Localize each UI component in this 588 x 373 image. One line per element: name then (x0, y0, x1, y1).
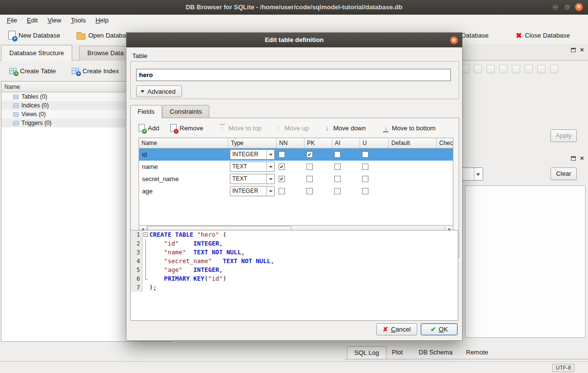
dock-tool-icon-6[interactable] (499, 65, 507, 73)
dock-tool-icon-5[interactable] (487, 65, 495, 73)
u-checkbox[interactable] (362, 188, 368, 194)
column-header-name[interactable]: Name (139, 138, 228, 148)
menu-file[interactable]: File (2, 15, 22, 26)
move-to-bottom-button[interactable]: ↓ Move to bottom (380, 122, 439, 134)
u-checkbox[interactable] (362, 151, 368, 158)
float-dock-icon[interactable] (571, 156, 576, 161)
pk-checkbox[interactable] (306, 188, 313, 194)
ai-checkbox[interactable] (334, 188, 341, 194)
ai-checkbox[interactable] (334, 164, 341, 170)
tree-item-label: Tables (0) (21, 93, 47, 100)
tab-sql-log[interactable]: SQL Log (347, 346, 386, 359)
field-type-select[interactable]: INTEGER (230, 149, 275, 160)
close-database-button[interactable]: ✖ Close Database (513, 29, 572, 41)
column-header-nn[interactable]: NN (277, 138, 304, 148)
close-button[interactable]: ✕ (575, 3, 583, 11)
dock-tool-icon-8[interactable] (525, 65, 533, 73)
tab-db-schema[interactable]: DB Schema (412, 346, 459, 359)
move-up-button[interactable]: ↑ Move up (272, 122, 312, 134)
column-header-check[interactable]: Check (437, 138, 453, 148)
close-dock-icon[interactable]: ✕ (580, 156, 584, 161)
check-cell[interactable] (437, 185, 453, 197)
clear-button[interactable]: Clear (550, 167, 577, 180)
menu-tools[interactable]: Tools (66, 15, 90, 26)
advanced-toggle-button[interactable]: Advanced (136, 85, 182, 97)
tab-fields[interactable]: Fields (130, 105, 162, 118)
dock-tool-icon-7[interactable] (512, 65, 520, 73)
tab-remote[interactable]: Remote (459, 346, 495, 359)
table-name-input[interactable] (136, 69, 451, 81)
new-database-button[interactable]: + New Database (6, 29, 62, 41)
dialog-titlebar[interactable]: Edit table definition ✕ (126, 33, 462, 47)
column-header-ai[interactable]: AI (332, 138, 360, 148)
tab-constraints[interactable]: Constraints (162, 105, 209, 118)
sql-text: "name" TEXT NOT NULL, (149, 248, 245, 257)
field-type-select[interactable]: INTEGER (230, 186, 275, 196)
nn-checkbox[interactable]: ✔ (279, 176, 285, 182)
default-cell[interactable] (389, 185, 437, 197)
check-cell[interactable] (437, 161, 453, 173)
field-row-secret_name[interactable]: secret_nameTEXT✔ (139, 173, 453, 185)
tab-plot[interactable]: Plot (385, 346, 409, 359)
tab-browse-data[interactable]: Browse Data (79, 46, 132, 61)
default-cell[interactable] (389, 161, 437, 173)
tab-database-structure[interactable]: Database Structure (1, 45, 72, 61)
maximize-button[interactable]: □ (563, 3, 571, 11)
nn-checkbox[interactable] (279, 151, 285, 158)
u-checkbox[interactable] (362, 164, 368, 170)
column-header-type[interactable]: Type (228, 138, 277, 148)
default-cell[interactable] (389, 173, 437, 185)
field-row-age[interactable]: ageINTEGER (139, 185, 453, 197)
dock-tool-icon-9[interactable] (537, 65, 546, 73)
fold-collapse-icon[interactable]: − (142, 230, 149, 239)
field-type-select[interactable]: TEXT (230, 174, 275, 184)
remove-field-button[interactable]: − Remove (167, 122, 206, 134)
field-type-select[interactable]: TEXT (230, 162, 275, 172)
column-header-default[interactable]: Default (389, 138, 437, 148)
fold-margin (142, 239, 149, 248)
pk-checkbox[interactable] (306, 164, 313, 170)
create-index-button[interactable]: + Create Index (68, 64, 122, 78)
check-cell[interactable] (437, 173, 453, 185)
field-type-value: TEXT (230, 174, 266, 184)
dock-tool-icon-10[interactable] (550, 65, 558, 73)
menu-edit[interactable]: Edit (22, 15, 42, 26)
apply-button[interactable]: Apply (550, 129, 577, 142)
default-cell[interactable] (389, 148, 437, 161)
move-to-top-button[interactable]: ↑ Move to top (216, 122, 264, 134)
ai-checkbox[interactable] (334, 176, 341, 182)
column-header-pk[interactable]: PK (304, 138, 332, 148)
check-cell[interactable] (437, 148, 453, 161)
menu-view[interactable]: View (42, 15, 66, 26)
menu-help[interactable]: Help (91, 15, 114, 26)
ok-button[interactable]: ✔ OK (421, 323, 458, 335)
move-down-button[interactable]: ↓ Move down (321, 122, 368, 134)
create-table-button[interactable]: + Create Table (6, 64, 59, 78)
move-down-icon: ↓ (324, 124, 330, 132)
float-dock-icon[interactable] (571, 48, 576, 52)
window-titlebar[interactable]: DB Browser for SQLite - /home/user/code/… (0, 0, 588, 15)
field-name-cell[interactable]: id (139, 148, 228, 161)
u-checkbox[interactable] (362, 176, 368, 182)
minimize-button[interactable]: — (551, 3, 560, 11)
pk-checkbox[interactable] (306, 176, 313, 182)
field-type-value: INTEGER (230, 150, 266, 159)
open-database-icon (77, 34, 85, 40)
close-dock-icon[interactable]: ✕ (580, 47, 584, 53)
field-name-cell[interactable]: name (139, 161, 228, 173)
cancel-button[interactable]: ✘ Cancel (376, 323, 417, 335)
dialog-close-button[interactable]: ✕ (450, 36, 458, 44)
new-database-label: New Database (19, 32, 60, 39)
ai-checkbox[interactable] (334, 151, 341, 158)
column-header-u[interactable]: U (360, 138, 389, 148)
dock-tool-icon-4[interactable] (474, 65, 482, 73)
menubar: File Edit View Tools Help (0, 15, 588, 26)
field-name-cell[interactable]: secret_name (139, 173, 228, 185)
nn-checkbox[interactable]: ✔ (279, 164, 285, 170)
field-name-cell[interactable]: age (139, 185, 228, 197)
pk-checkbox[interactable]: ✔ (306, 151, 313, 158)
add-field-button[interactable]: + Add (136, 122, 162, 134)
field-row-id[interactable]: idINTEGER✔ (139, 148, 453, 161)
field-row-name[interactable]: nameTEXT✔ (139, 161, 453, 173)
nn-checkbox[interactable] (279, 188, 285, 194)
